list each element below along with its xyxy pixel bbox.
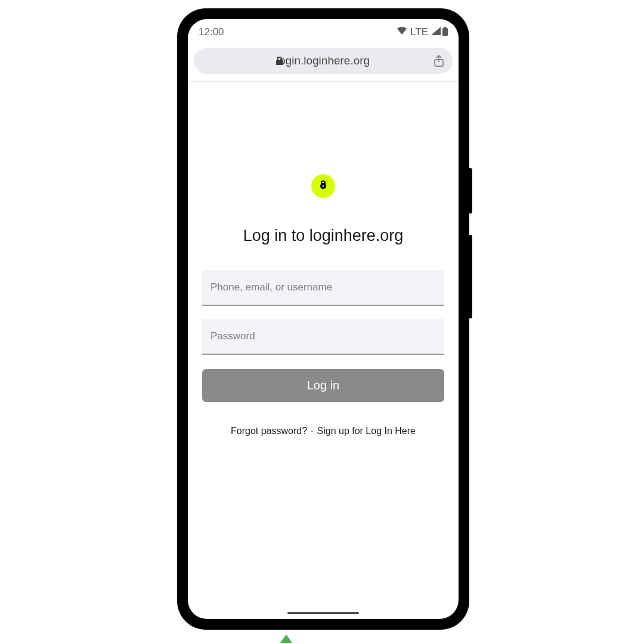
share-icon[interactable] bbox=[434, 55, 444, 67]
address-url: login.loginhere.org bbox=[277, 54, 370, 67]
page-title: Log in to loginhere.org bbox=[243, 227, 404, 245]
browser-chrome: login.loginhere.org bbox=[188, 43, 459, 82]
lock-icon bbox=[276, 57, 283, 65]
phone-side-button-2 bbox=[469, 235, 472, 318]
network-type-label: LTE bbox=[410, 26, 428, 38]
phone-side-button-1 bbox=[469, 168, 472, 213]
wifi-icon bbox=[397, 27, 407, 38]
signup-link[interactable]: Sign up for Log In Here bbox=[317, 426, 416, 436]
cursor-arrow-icon bbox=[280, 634, 292, 643]
password-input[interactable] bbox=[202, 319, 444, 355]
username-input[interactable] bbox=[202, 270, 444, 306]
phone-screen: 12:00 LTE login.loginhere.org bbox=[188, 19, 459, 619]
home-indicator[interactable] bbox=[287, 612, 359, 614]
address-bar[interactable]: login.loginhere.org bbox=[194, 48, 453, 74]
svg-rect-2 bbox=[276, 60, 283, 65]
cell-signal-icon bbox=[431, 27, 441, 38]
forgot-password-link[interactable]: Forgot password? bbox=[231, 426, 307, 436]
logo-lock-icon bbox=[319, 180, 327, 192]
page-content: Log in to loginhere.org Log in Forgot pa… bbox=[188, 82, 459, 619]
status-bar: 12:00 LTE bbox=[188, 19, 459, 43]
battery-icon bbox=[442, 27, 448, 38]
footer-links: Forgot password? · Sign up for Log In He… bbox=[231, 426, 416, 436]
status-indicators: LTE bbox=[397, 26, 448, 38]
login-button[interactable]: Log in bbox=[202, 369, 444, 402]
svg-rect-0 bbox=[442, 28, 448, 36]
footer-separator: · bbox=[311, 426, 313, 436]
svg-rect-1 bbox=[444, 27, 447, 28]
site-logo bbox=[311, 174, 335, 198]
svg-point-5 bbox=[323, 185, 324, 187]
phone-frame: 12:00 LTE login.loginhere.org bbox=[177, 8, 469, 630]
status-time: 12:00 bbox=[199, 26, 224, 38]
